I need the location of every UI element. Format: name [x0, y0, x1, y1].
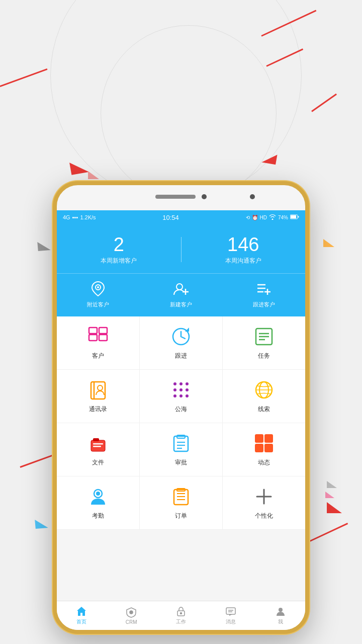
svg-rect-38 [93, 438, 99, 441]
grid-item-orders[interactable]: 订单 [140, 476, 223, 529]
follow-label: 跟进 [175, 352, 187, 360]
attendance-label: 考勤 [92, 512, 104, 520]
speed-indicator: 1.2K/s [80, 214, 96, 220]
signal-bars: ▪▪▪ [72, 214, 78, 220]
svg-point-32 [186, 394, 189, 397]
me-person-icon [275, 606, 286, 617]
quick-action-follow-up[interactable]: 跟进客户 [222, 280, 305, 308]
phone-hardware-top [155, 194, 207, 199]
deco-tri-pink2 [325, 492, 334, 498]
grid-item-leads[interactable]: 线索 [223, 370, 305, 423]
stat-communicated-label: 本周沟通客户 [182, 257, 306, 265]
leads-icon [253, 379, 275, 401]
quick-action-nearby[interactable]: 附近客户 [57, 280, 140, 308]
deco-line-5 [306, 523, 348, 543]
grid-item-dynamics[interactable]: 动态 [223, 423, 305, 476]
header-stats: 2 本周新增客户 146 本周沟通客户 [57, 224, 305, 273]
phone-frame: 4G ▪▪▪ 1.2K/s 10:54 ⟲ ⏰ HD [53, 181, 309, 634]
approval-icon [170, 432, 192, 454]
tasks-icon [253, 326, 275, 348]
svg-point-59 [130, 611, 133, 614]
deco-line-4 [0, 68, 47, 87]
speaker [155, 195, 196, 199]
bg-circle-2 [101, 25, 277, 201]
network-indicator: 4G [63, 214, 70, 220]
tab-me[interactable]: 我 [255, 604, 305, 627]
list-add-icon [255, 280, 273, 298]
stat-communicated-number: 146 [182, 234, 306, 256]
svg-point-25 [179, 382, 183, 385]
grid-item-public-sea[interactable]: 公海 [140, 370, 223, 423]
svg-rect-48 [255, 444, 263, 452]
person-add-icon [172, 280, 190, 298]
status-right: ⟲ ⏰ HD 74% [246, 214, 299, 221]
grid-row-4: 考勤 订单 [57, 476, 305, 530]
me-tab-label: 我 [278, 618, 283, 625]
deco-tri-gray-1 [37, 241, 50, 251]
svg-point-51 [96, 492, 100, 496]
grid-item-attendance[interactable]: 考勤 [57, 476, 140, 529]
leads-label: 线索 [258, 405, 270, 414]
rotate-icon: ⟲ [246, 215, 250, 220]
files-icon [87, 432, 109, 454]
svg-point-61 [180, 613, 182, 614]
follow-icon [170, 326, 192, 348]
stat-new-customers-label: 本周新增客户 [57, 257, 181, 265]
tab-crm[interactable]: CRM [107, 605, 156, 627]
grid-item-approval[interactable]: 审批 [140, 423, 223, 476]
public-sea-icon [170, 379, 192, 401]
svg-rect-16 [99, 335, 107, 341]
time-display: 10:54 [162, 214, 179, 221]
deco-line-6 [20, 454, 53, 468]
svg-point-29 [186, 388, 189, 391]
grid-item-customers[interactable]: 客户 [57, 316, 140, 369]
svg-rect-39 [93, 443, 103, 445]
deco-tri-blue [35, 519, 48, 529]
wifi-icon [269, 214, 276, 221]
dynamics-label: 动态 [258, 458, 270, 467]
phone-body: 4G ▪▪▪ 1.2K/s 10:54 ⟲ ⏰ HD [53, 181, 309, 634]
svg-point-4 [97, 286, 99, 288]
orders-icon [170, 486, 192, 508]
grid-row-3: 文件 审批 [57, 423, 305, 476]
location-icon [89, 280, 107, 298]
tab-messages[interactable]: 消息 [206, 604, 255, 627]
tab-work[interactable]: 工作 [156, 604, 206, 627]
grid-item-tasks[interactable]: 任务 [223, 316, 305, 369]
contacts-icon [87, 379, 109, 401]
quick-action-new-client[interactable]: 新建客户 [140, 280, 223, 308]
home-tab-label: 首页 [76, 618, 86, 625]
stat-new-customers: 2 本周新增客户 [57, 234, 181, 265]
status-bar: 4G ▪▪▪ 1.2K/s 10:54 ⟲ ⏰ HD [57, 210, 305, 224]
deco-line-3 [311, 94, 337, 112]
svg-rect-62 [226, 608, 235, 614]
stat-communicated-customers: 146 本周沟通客户 [182, 234, 306, 265]
grid-item-contacts[interactable]: 通讯录 [57, 370, 140, 423]
messages-tab-label: 消息 [226, 618, 236, 625]
grid-item-personalize[interactable]: 个性化 [223, 476, 305, 529]
orders-label: 订单 [175, 512, 187, 520]
approval-label: 审批 [175, 458, 187, 467]
grid-item-files[interactable]: 文件 [57, 423, 140, 476]
svg-rect-46 [255, 434, 263, 443]
follow-up-label: 跟进客户 [253, 301, 275, 308]
work-lock-icon [175, 606, 187, 617]
camera-dot [202, 194, 207, 199]
personalize-label: 个性化 [255, 512, 273, 520]
public-sea-label: 公海 [175, 405, 187, 414]
phone-screen: 4G ▪▪▪ 1.2K/s 10:54 ⟲ ⏰ HD [57, 210, 305, 630]
contacts-label: 通讯录 [89, 405, 107, 414]
battery-icon [290, 214, 299, 220]
grid-item-follow[interactable]: 跟进 [140, 316, 223, 369]
status-left: 4G ▪▪▪ 1.2K/s [63, 214, 96, 220]
attendance-icon [87, 486, 109, 508]
svg-rect-1 [291, 215, 296, 218]
customers-icon [87, 326, 109, 348]
front-camera [250, 194, 255, 199]
deco-tri-pink [88, 171, 99, 179]
svg-rect-22 [91, 382, 105, 399]
svg-rect-2 [298, 216, 299, 218]
svg-rect-47 [264, 434, 273, 443]
work-tab-label: 工作 [176, 618, 186, 625]
tab-home[interactable]: 首页 [57, 604, 107, 627]
